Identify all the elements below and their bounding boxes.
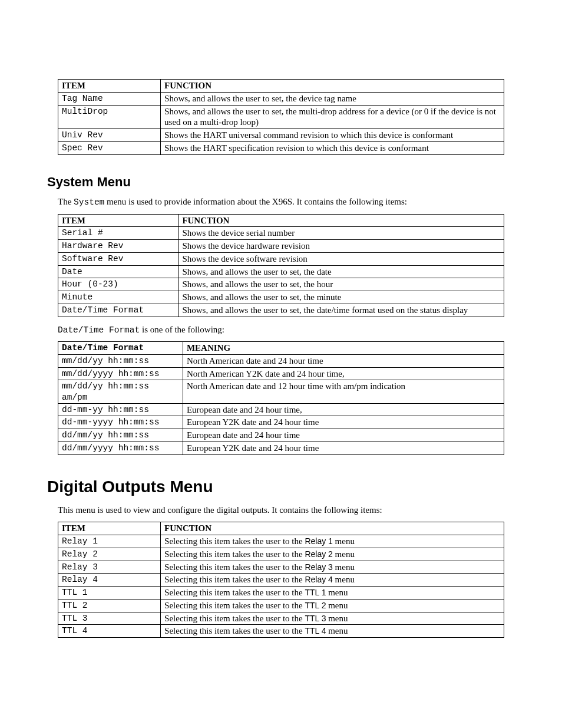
func-prefix: Selecting this item takes the user to th…	[164, 562, 305, 572]
intro-mono: System	[74, 197, 104, 207]
func-prefix: Selecting this item takes the user to th…	[164, 626, 305, 635]
table-row: mm/dd/yy hh:mm:ss am/pm North American d…	[58, 380, 504, 403]
table-row: Univ Rev Shows the HART universal comman…	[58, 129, 504, 142]
table-header-row: ITEM FUNCTION	[58, 214, 504, 227]
func-sans: TTL 1	[305, 588, 326, 597]
item-cell: Date/Time Format	[58, 304, 178, 317]
table-row: Software Rev Shows the device software r…	[58, 252, 504, 265]
table-row: Hour (0-23) Shows, and allows the user t…	[58, 278, 504, 291]
datetime-suffix: is one of the following:	[140, 325, 224, 334]
func-prefix: Selecting this item takes the user to th…	[164, 614, 305, 623]
table-row: Relay 4 Selecting this item takes the us…	[58, 574, 504, 587]
intro-prefix: The	[58, 197, 74, 206]
table-row: Date Shows, and allows the user to set, …	[58, 265, 504, 278]
func-prefix: Selecting this item takes the user to th…	[164, 536, 305, 546]
item-cell: MultiDrop	[58, 105, 161, 129]
func-prefix: Selecting this item takes the user to th…	[164, 575, 305, 584]
header-function: FUNCTION	[178, 214, 504, 227]
item-cell: dd-mm-yy hh:mm:ss	[58, 403, 183, 416]
table-row: Relay 3 Selecting this item takes the us…	[58, 561, 504, 574]
table-header-row: Date/Time Format MEANING	[58, 342, 504, 355]
item-cell: Minute	[58, 291, 178, 304]
datetime-mono: Date/Time Format	[58, 325, 140, 335]
func-prefix: Selecting this item takes the user to th…	[164, 588, 305, 597]
table-row: Relay 1 Selecting this item takes the us…	[58, 535, 504, 548]
item-cell: Spec Rev	[58, 141, 161, 154]
func-cell: Selecting this item takes the user to th…	[161, 574, 504, 587]
item-cell: Software Rev	[58, 252, 178, 265]
func-suffix: menu	[333, 575, 355, 584]
item-cell: dd-mm-yyyy hh:mm:ss	[58, 416, 183, 429]
item-cell: Date	[58, 265, 178, 278]
func-cell: Selecting this item takes the user to th…	[161, 612, 504, 625]
item-cell: mm/dd/yy hh:mm:ss	[58, 354, 183, 367]
digital-outputs-heading: Digital Outputs Menu	[47, 476, 504, 498]
item-cell: Serial #	[58, 227, 178, 240]
func-suffix: menu	[333, 536, 355, 546]
item-cell: Relay 2	[58, 548, 161, 561]
header-function: FUNCTION	[161, 522, 504, 535]
intro-suffix: menu is used to provide information abou…	[104, 197, 407, 206]
table-row: mm/dd/yyyy hh:mm:ss North American Y2K d…	[58, 367, 504, 380]
func-cell: Shows the device hardware revision	[178, 240, 504, 253]
datetime-format-table: Date/Time Format MEANING mm/dd/yy hh:mm:…	[58, 341, 504, 455]
func-suffix: menu	[333, 562, 355, 572]
func-cell: Shows the HART specification revision to…	[161, 141, 504, 154]
table-row: dd-mm-yy hh:mm:ss European date and 24 h…	[58, 403, 504, 416]
table-header-row: ITEM FUNCTION	[58, 522, 504, 535]
table-header-row: ITEM FUNCTION	[58, 80, 504, 93]
item-cell: Hour (0-23)	[58, 278, 178, 291]
table-row: TTL 3 Selecting this item takes the user…	[58, 612, 504, 625]
func-cell: Shows, and allows the user to set, the m…	[178, 291, 504, 304]
func-sans: Relay 4	[305, 575, 332, 584]
func-cell: Selecting this item takes the user to th…	[161, 548, 504, 561]
item-cell: Tag Name	[58, 92, 161, 105]
item-cell: Univ Rev	[58, 129, 161, 142]
item-cell: TTL 2	[58, 599, 161, 612]
system-menu-heading: System Menu	[47, 174, 504, 191]
item-cell: mm/dd/yyyy hh:mm:ss	[58, 367, 183, 380]
func-cell: European Y2K date and 24 hour time	[183, 442, 504, 454]
header-meaning: MEANING	[183, 342, 504, 355]
func-cell: North American date and 12 hour time wit…	[183, 380, 504, 403]
table-row: Tag Name Shows, and allows the user to s…	[58, 92, 504, 105]
table-row: TTL 1 Selecting this item takes the user…	[58, 587, 504, 599]
func-cell: Shows the device serial number	[178, 227, 504, 240]
table-row: TTL 2 Selecting this item takes the user…	[58, 599, 504, 612]
func-suffix: menu	[326, 601, 348, 610]
item-cell: TTL 3	[58, 612, 161, 625]
func-cell: European Y2K date and 24 hour time	[183, 416, 504, 429]
item-cell: Relay 4	[58, 574, 161, 587]
item-cell: mm/dd/yy hh:mm:ss am/pm	[58, 380, 183, 403]
func-cell: Shows, and allows the user to set, the d…	[161, 92, 504, 105]
system-menu-intro: The System menu is used to provide infor…	[58, 196, 504, 208]
func-sans: TTL 3	[305, 614, 326, 623]
digital-outputs-table: ITEM FUNCTION Relay 1 Selecting this ite…	[58, 522, 504, 638]
digital-outputs-intro: This menu is used to view and configure …	[58, 505, 504, 516]
func-cell: Shows the HART universal command revisio…	[161, 129, 504, 142]
table-row: mm/dd/yy hh:mm:ss North American date an…	[58, 354, 504, 367]
datetime-format-note: Date/Time Format is one of the following…	[58, 324, 504, 336]
func-cell: Selecting this item takes the user to th…	[161, 625, 504, 638]
func-sans: Relay 3	[305, 562, 332, 572]
table-row: Spec Rev Shows the HART specification re…	[58, 141, 504, 154]
func-suffix: menu	[333, 549, 355, 559]
table-row: Relay 2 Selecting this item takes the us…	[58, 548, 504, 561]
func-cell: Selecting this item takes the user to th…	[161, 599, 504, 612]
item-cell: Relay 1	[58, 535, 161, 548]
func-cell: Selecting this item takes the user to th…	[161, 587, 504, 599]
item-cell: Relay 3	[58, 561, 161, 574]
item-cell: TTL 4	[58, 625, 161, 638]
func-cell: Selecting this item takes the user to th…	[161, 561, 504, 574]
header-format: Date/Time Format	[58, 342, 183, 355]
func-cell: North American date and 24 hour time	[183, 354, 504, 367]
table-row: MultiDrop Shows, and allows the user to …	[58, 105, 504, 129]
header-item: ITEM	[58, 214, 178, 227]
func-cell: Shows, and allows the user to set, the h…	[178, 278, 504, 291]
func-cell: North American Y2K date and 24 hour time…	[183, 367, 504, 380]
table-row: Hardware Rev Shows the device hardware r…	[58, 240, 504, 253]
func-suffix: menu	[326, 588, 348, 597]
func-cell: European date and 24 hour time,	[183, 403, 504, 416]
table-row: dd-mm-yyyy hh:mm:ss European Y2K date an…	[58, 416, 504, 429]
func-cell: Shows, and allows the user to set, the m…	[161, 105, 504, 129]
